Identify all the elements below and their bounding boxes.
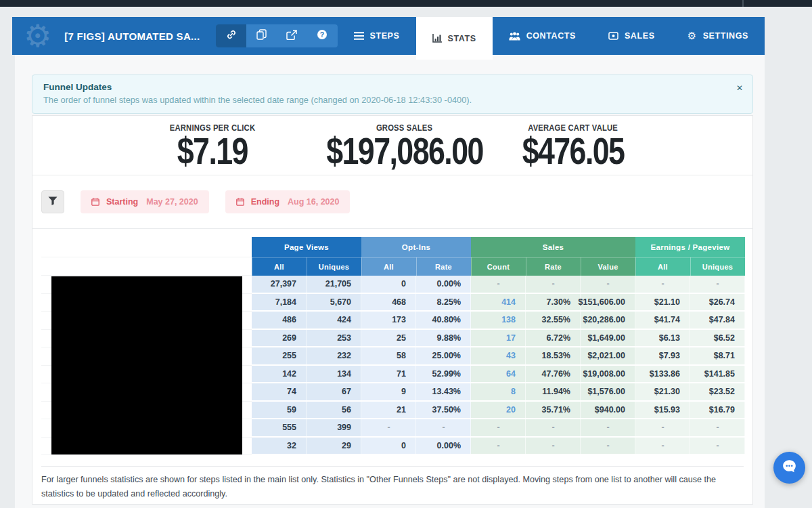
table-cell: 468 [361, 294, 416, 312]
table-cell: $15.93 [635, 402, 690, 420]
link-icon [226, 29, 237, 43]
help-button[interactable]: ? [307, 24, 338, 47]
table-cell: 9 [361, 383, 416, 402]
table-cell: $21.10 [635, 294, 690, 312]
table-cell: 40.80% [416, 312, 471, 330]
tab-label: STATS [448, 34, 476, 43]
funnel-title: [7 FIGS] AUTOMATED SA... [64, 30, 200, 42]
group-header-sales: Sales [471, 237, 635, 257]
table-cell: - [581, 276, 635, 294]
table-cell: $23.52 [690, 383, 745, 402]
table-cell: - [526, 276, 581, 294]
sales-count-link[interactable]: 414 [471, 294, 526, 312]
filter-button[interactable] [41, 190, 64, 213]
nav-tabs: STEPS STATS CONTACTS [338, 17, 765, 55]
table-cell: 59 [252, 402, 307, 420]
card-icon [608, 32, 618, 40]
tab-steps[interactable]: STEPS [338, 17, 416, 55]
stat-value: $7.19 [177, 133, 248, 169]
table-cell: - [581, 438, 635, 456]
funnel-gear-watermark-icon: ⚙ [23, 17, 52, 55]
table-cell: - [526, 438, 581, 456]
column-header-ep-all: All [635, 257, 690, 276]
tab-sales[interactable]: SALES [592, 17, 671, 55]
question-mark-icon: ? [317, 29, 328, 43]
table-cell: $20,286.00 [581, 312, 635, 330]
funnel-nav-bar: ⚙ [7 FIGS] AUTOMATED SA... [12, 17, 765, 55]
open-funnel-button[interactable] [277, 24, 307, 47]
table-cell: - [581, 419, 635, 438]
table-cell: $940.00 [581, 402, 635, 420]
table-cell: 424 [307, 312, 361, 330]
sales-count-link[interactable]: 17 [471, 330, 526, 348]
redacted-step-names [51, 276, 242, 454]
table-cell: $1,576.00 [581, 383, 635, 402]
column-header-sales-rate: Rate [526, 257, 581, 276]
table-cell: $7.93 [635, 347, 690, 366]
table-cell: 142 [252, 366, 307, 384]
table-cell: 173 [361, 312, 416, 330]
starting-label: Starting [106, 197, 138, 207]
table-cell: 255 [252, 347, 307, 366]
table-cell: - [690, 419, 745, 438]
menu-icon [354, 32, 364, 40]
table-cell: 486 [252, 312, 307, 330]
starting-date-picker[interactable]: Starting May 27, 2020 [81, 190, 209, 213]
stats-table-wrap: Page Views Opt-Ins Sales Earnings / Page… [41, 237, 745, 455]
clone-funnel-button[interactable] [246, 24, 277, 47]
stats-card: EARNINGS PER CLICK $7.19 GROSS SALES $19… [32, 115, 753, 505]
column-header-pv-all: All [252, 257, 307, 276]
banner-title: Funnel Updates [43, 82, 742, 92]
column-header-ep-uniques: Uniques [690, 257, 745, 276]
table-cell: 7,184 [252, 294, 307, 312]
share-link-button[interactable] [216, 24, 246, 47]
table-cell: 29 [307, 438, 361, 456]
stat-earnings-per-click: EARNINGS PER CLICK $7.19 [165, 123, 260, 169]
tab-contacts[interactable]: CONTACTS [493, 17, 592, 55]
table-cell: 25.00% [416, 347, 471, 366]
tab-settings[interactable]: ⚙ SETTINGS [671, 17, 765, 55]
bar-chart-icon [432, 34, 442, 43]
table-cell: 21 [361, 402, 416, 420]
sales-count-link[interactable]: 64 [471, 366, 526, 384]
table-cell: - [635, 438, 690, 456]
starting-value: May 27, 2020 [146, 197, 198, 207]
table-cell: $16.79 [690, 402, 745, 420]
ending-date-picker[interactable]: Ending Aug 16, 2020 [225, 190, 351, 213]
top-strip-divider [742, 0, 744, 7]
table-cell: 37.50% [416, 402, 471, 420]
group-header-opt-ins: Opt-Ins [361, 237, 471, 257]
table-cell: 32.55% [526, 312, 581, 330]
table-cell: 74 [252, 383, 307, 402]
table-cell: - [690, 438, 745, 456]
table-cell: - [471, 419, 526, 438]
sales-count-link[interactable]: 8 [471, 383, 526, 402]
table-cell: 6.72% [526, 330, 581, 348]
stat-average-cart-value: AVERAGE CART VALUE $476.05 [510, 123, 637, 169]
group-header-page-views: Page Views [252, 237, 361, 257]
table-cell: - [690, 276, 745, 294]
external-link-icon [286, 30, 297, 43]
tab-stats[interactable]: STATS [416, 17, 493, 60]
table-cell: 8.25% [416, 294, 471, 312]
sales-count-link[interactable]: 20 [471, 402, 526, 420]
table-cell: 25 [361, 330, 416, 348]
tab-label: STEPS [370, 31, 400, 41]
table-cell: 399 [307, 419, 361, 438]
table-cell: - [471, 276, 526, 294]
column-header-oi-all: All [361, 257, 416, 276]
table-cell: 0 [361, 438, 416, 456]
tab-label: CONTACTS [526, 31, 576, 41]
table-cell: 21,705 [307, 276, 361, 294]
group-header-earnings-pageview: Earnings / Pageview [635, 237, 745, 257]
summary-stats: EARNINGS PER CLICK $7.19 GROSS SALES $19… [32, 116, 752, 175]
chat-button[interactable] [773, 452, 805, 484]
banner-close-button[interactable]: ✕ [736, 83, 743, 93]
sales-count-link[interactable]: 138 [471, 312, 526, 330]
sales-count-link[interactable]: 43 [471, 347, 526, 366]
table-cell: 0 [361, 276, 416, 294]
footer-note: For larger funnels statistics are shown … [41, 466, 744, 501]
table-cell: 52.99% [416, 366, 471, 384]
table-header-spacer [41, 257, 252, 276]
svg-text:?: ? [320, 30, 324, 39]
